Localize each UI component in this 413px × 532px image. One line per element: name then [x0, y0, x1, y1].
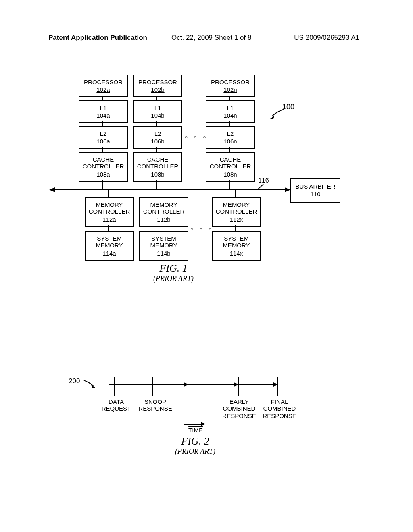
box-ref: 104b	[151, 112, 164, 119]
box-ref: 102n	[223, 86, 237, 93]
memory-controller-box: MEMORY CONTROLLER 112x	[212, 197, 261, 227]
box-label: MEMORY CONTROLLER	[89, 201, 130, 215]
box-ref: 114b	[157, 250, 170, 257]
memory-controller-box: MEMORY CONTROLLER 112a	[85, 197, 134, 227]
box-ref: 112x	[230, 216, 243, 223]
page: Patent Application Publication Oct. 22, …	[0, 0, 413, 532]
connector	[102, 180, 103, 190]
connector	[163, 225, 163, 231]
box-label: CACHE CONTROLLER	[210, 156, 251, 170]
connector	[163, 190, 163, 197]
connector	[102, 121, 103, 126]
connector	[229, 96, 230, 100]
box-label: L2	[227, 130, 234, 137]
box-label: CACHE CONTROLLER	[137, 156, 179, 170]
lead-line-icon	[256, 183, 268, 191]
connector	[108, 190, 109, 197]
l1-box: L1 104a	[79, 100, 128, 123]
connector	[229, 121, 230, 126]
timeline-label: DATA REQUEST	[100, 398, 132, 412]
box-label: PROCESSOR	[138, 79, 177, 85]
figure-1-caption: FIG. 1 (PRIOR ART)	[133, 262, 214, 283]
box-ref: 104a	[96, 112, 110, 119]
connector	[156, 96, 157, 100]
ref-200: 200	[69, 377, 80, 385]
ref-100: 100	[282, 103, 294, 111]
box-label: L1	[227, 104, 234, 111]
curve-arrow-icon	[268, 108, 288, 120]
header-right: US 2009/0265293 A1	[294, 34, 359, 42]
connector	[108, 225, 109, 231]
box-label: SYSTEM MEMORY	[96, 235, 123, 249]
timeline-line	[109, 384, 278, 385]
box-ref: 108n	[223, 171, 237, 178]
box-ref: 114a	[102, 250, 116, 257]
box-ref: 106n	[223, 138, 237, 145]
figure-subcaption: (PRIOR ART)	[133, 274, 214, 283]
system-memory-box: SYSTEM MEMORY 114x	[212, 231, 261, 261]
arrow-right-icon	[201, 422, 206, 426]
header-left: Patent Application Publication	[48, 34, 147, 42]
ellipsis-icon: ○ ○ ○	[185, 134, 208, 140]
ellipsis-icon: ○ ○ ○	[190, 226, 214, 232]
l1-box: L1 104b	[133, 100, 182, 123]
connector	[156, 121, 157, 126]
header-rule	[48, 44, 359, 44]
figure-number: FIG. 2	[155, 435, 236, 447]
box-label: L2	[100, 130, 107, 137]
box-label: SYSTEM MEMORY	[150, 235, 177, 249]
figure-number: FIG. 1	[133, 262, 214, 274]
box-label: L1	[154, 104, 161, 111]
box-ref: 108b	[151, 171, 164, 178]
connector	[229, 147, 230, 152]
box-ref: 114x	[230, 250, 243, 257]
connector	[156, 180, 157, 190]
box-label: PROCESSOR	[84, 79, 123, 85]
svg-marker-2	[91, 384, 95, 388]
cache-controller-box: CACHE CONTROLLER 108b	[133, 152, 182, 182]
timeline-label: SNOOP RESPONSE	[137, 398, 173, 412]
time-label-text: TIME	[188, 427, 203, 434]
connector	[235, 190, 236, 197]
box-label: SYSTEM MEMORY	[223, 235, 250, 249]
box-ref: 110	[310, 191, 320, 197]
svg-line-1	[258, 184, 263, 189]
processor-box: PROCESSOR 102b	[133, 75, 182, 97]
system-memory-box: SYSTEM MEMORY 114b	[139, 231, 188, 261]
l1-box: L1 104n	[206, 100, 255, 123]
box-label: L2	[154, 130, 161, 137]
processor-box: PROCESSOR 102n	[206, 75, 255, 97]
timeline-tick	[238, 377, 239, 396]
l2-box: L2 106b	[133, 126, 182, 149]
connector	[229, 180, 230, 190]
l2-box: L2 106a	[79, 126, 128, 149]
memory-controller-box: MEMORY CONTROLLER 112b	[139, 197, 188, 227]
system-memory-box: SYSTEM MEMORY 114a	[85, 231, 134, 261]
box-label: PROCESSOR	[211, 79, 250, 85]
box-ref: 106b	[151, 138, 164, 145]
box-ref: 112a	[102, 216, 116, 223]
figure-subcaption: (PRIOR ART)	[155, 447, 236, 456]
arrow-right-icon	[285, 187, 290, 192]
curve-arrow-icon	[83, 380, 99, 389]
box-label: L1	[100, 104, 107, 111]
page-header: Patent Application Publication Oct. 22, …	[0, 34, 413, 46]
l2-box: L2 106n	[206, 126, 255, 149]
box-ref: 104n	[223, 112, 237, 119]
box-label: MEMORY CONTROLLER	[216, 201, 257, 215]
box-ref: 102a	[96, 86, 110, 93]
figure-2-caption: FIG. 2 (PRIOR ART)	[155, 435, 236, 456]
box-ref: 112b	[157, 216, 170, 223]
header-center: Oct. 22, 2009 Sheet 1 of 8	[171, 34, 251, 42]
arrow-left-icon	[49, 187, 55, 192]
box-ref: 102b	[151, 86, 164, 93]
connector	[156, 147, 157, 152]
timeline-label: EARLY COMBINED RESPONSE	[221, 398, 257, 419]
arrow-right-icon	[184, 382, 189, 387]
connector	[235, 225, 236, 231]
box-ref: 108a	[96, 171, 110, 178]
timeline-tick	[152, 377, 153, 396]
box-label: BUS ARBITER	[295, 183, 335, 190]
bus-arbiter-box: BUS ARBITER 110	[290, 178, 340, 203]
connector	[102, 96, 103, 100]
